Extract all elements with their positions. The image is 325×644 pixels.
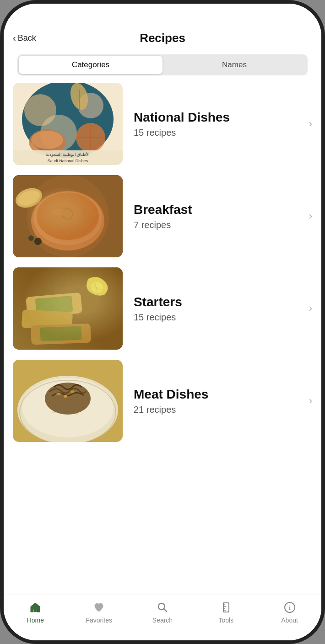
starters-image bbox=[13, 267, 123, 350]
svg-rect-52 bbox=[34, 609, 37, 612]
chevron-right-icon: › bbox=[309, 118, 312, 130]
app-content: ‹ Back Recipes Categories Names bbox=[4, 24, 321, 640]
svg-rect-27 bbox=[13, 267, 123, 350]
national-dishes-artwork: الأطباق الوطنية السعودية Saudi National … bbox=[13, 83, 123, 165]
category-count: 7 recipes bbox=[134, 220, 305, 230]
svg-point-19 bbox=[37, 192, 99, 240]
svg-point-22 bbox=[34, 238, 42, 245]
header: ‹ Back Recipes bbox=[4, 24, 321, 51]
svg-rect-37 bbox=[40, 326, 81, 341]
category-name: Breakfast bbox=[134, 202, 305, 217]
page-title: Recipes bbox=[140, 31, 185, 45]
tab-categories[interactable]: Categories bbox=[19, 56, 162, 74]
svg-line-54 bbox=[164, 609, 167, 612]
svg-point-17 bbox=[31, 191, 104, 250]
tab-home[interactable]: Home bbox=[19, 601, 51, 624]
svg-point-16 bbox=[27, 175, 109, 257]
breakfast-image bbox=[13, 175, 123, 257]
list-item[interactable]: Meat Dishes 21 recipes › bbox=[13, 360, 312, 442]
starters-artwork bbox=[13, 267, 123, 350]
svg-rect-30 bbox=[35, 296, 73, 315]
tab-names[interactable]: Names bbox=[162, 56, 306, 74]
national-dishes-image: الأطباق الوطنية السعودية Saudi National … bbox=[13, 83, 123, 165]
svg-line-34 bbox=[95, 283, 98, 294]
list-item[interactable]: Starters 15 recipes › bbox=[13, 267, 312, 350]
svg-point-50 bbox=[64, 395, 67, 398]
svg-point-11 bbox=[31, 131, 63, 149]
about-icon: i bbox=[283, 601, 297, 614]
tab-search[interactable]: Search bbox=[146, 601, 179, 624]
favorites-icon bbox=[92, 601, 106, 614]
category-name: Starters bbox=[134, 295, 305, 309]
breakfast-info: Breakfast 7 recipes bbox=[123, 202, 305, 230]
svg-point-23 bbox=[28, 235, 34, 241]
svg-point-20 bbox=[13, 185, 45, 211]
svg-line-33 bbox=[93, 286, 102, 290]
svg-point-18 bbox=[33, 192, 102, 245]
svg-rect-35 bbox=[31, 324, 91, 345]
national-dishes-info: National Dishes 15 recipes bbox=[123, 110, 305, 138]
back-label: Back bbox=[18, 33, 36, 43]
svg-rect-28 bbox=[26, 293, 82, 318]
list-item[interactable]: الأطباق الوطنية السعودية Saudi National … bbox=[13, 83, 312, 165]
svg-rect-29 bbox=[26, 293, 82, 318]
back-chevron-icon: ‹ bbox=[13, 33, 16, 43]
meat-dishes-info: Meat Dishes 21 recipes bbox=[123, 387, 305, 415]
tab-home-label: Home bbox=[27, 617, 44, 624]
svg-point-47 bbox=[45, 383, 91, 415]
back-button[interactable]: ‹ Back bbox=[13, 33, 36, 43]
tab-tools-label: Tools bbox=[218, 617, 233, 624]
svg-rect-55 bbox=[223, 603, 229, 612]
status-bar bbox=[4, 4, 321, 24]
chevron-right-icon: › bbox=[309, 395, 312, 407]
category-count: 21 recipes bbox=[134, 404, 305, 415]
svg-text:الأطباق الوطنية السعودية: الأطباق الوطنية السعودية bbox=[46, 152, 90, 157]
svg-rect-15 bbox=[13, 175, 123, 257]
home-icon bbox=[28, 601, 42, 614]
svg-point-49 bbox=[70, 390, 75, 393]
tools-icon bbox=[219, 601, 233, 614]
svg-point-24 bbox=[52, 209, 65, 216]
tab-bar: Home Favorites Search bbox=[4, 595, 321, 640]
phone-frame: ‹ Back Recipes Categories Names bbox=[0, 0, 325, 644]
svg-text:i: i bbox=[289, 604, 291, 611]
svg-rect-32 bbox=[22, 309, 73, 330]
tab-search-label: Search bbox=[152, 617, 173, 624]
svg-rect-31 bbox=[22, 309, 73, 330]
svg-point-21 bbox=[16, 187, 42, 208]
svg-rect-36 bbox=[31, 324, 91, 345]
svg-point-48 bbox=[56, 393, 61, 395]
category-name: National Dishes bbox=[134, 110, 305, 125]
category-name: Meat Dishes bbox=[134, 387, 305, 402]
svg-rect-26 bbox=[13, 267, 123, 350]
chevron-right-icon: › bbox=[309, 210, 312, 222]
starters-info: Starters 15 recipes bbox=[123, 295, 305, 323]
meat-dishes-artwork bbox=[13, 360, 123, 442]
tab-favorites[interactable]: Favorites bbox=[83, 601, 115, 624]
tab-favorites-label: Favorites bbox=[86, 617, 112, 624]
list-item[interactable]: Breakfast 7 recipes › bbox=[13, 175, 312, 257]
category-count: 15 recipes bbox=[134, 128, 305, 138]
chevron-right-icon: › bbox=[309, 303, 312, 314]
breakfast-artwork bbox=[13, 175, 123, 257]
tab-tools[interactable]: Tools bbox=[210, 601, 242, 624]
tab-about-label: About bbox=[281, 617, 298, 624]
category-count: 15 recipes bbox=[134, 312, 305, 323]
svg-rect-25 bbox=[13, 267, 123, 350]
svg-text:Saudi National Dishes: Saudi National Dishes bbox=[48, 159, 88, 163]
search-icon bbox=[156, 601, 169, 614]
tab-about[interactable]: i About bbox=[274, 601, 306, 624]
category-list: الأطباق الوطنية السعودية Saudi National … bbox=[4, 83, 321, 595]
segmented-control: Categories Names bbox=[17, 54, 308, 75]
meat-dishes-image bbox=[13, 360, 123, 442]
